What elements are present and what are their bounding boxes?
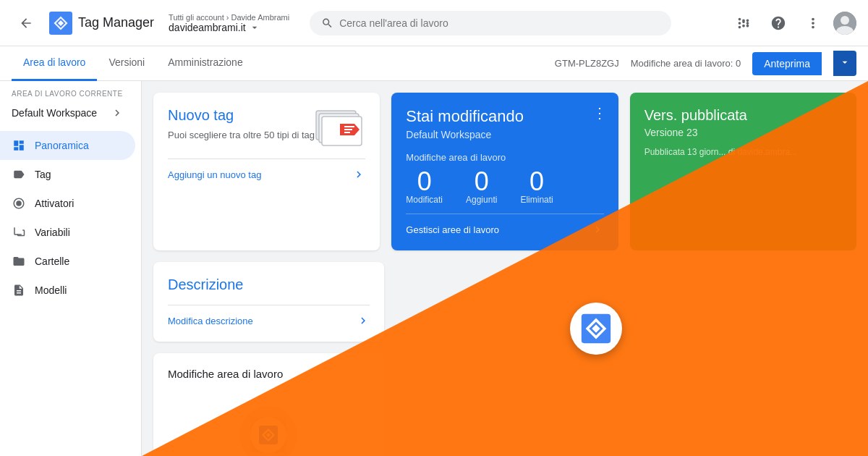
apps-button[interactable] — [729, 9, 758, 38]
card-workspace-changes: Modifiche area di lavoro Non sono prese.… — [153, 353, 384, 456]
breadcrumb: Tutti gli account › Davide Ambrami — [169, 13, 289, 22]
changes-title: Modifiche area di lavoro — [406, 152, 603, 163]
add-tag-link[interactable]: Aggiungi un nuovo tag — [168, 159, 365, 181]
card-desc-title: Descrizione — [168, 276, 370, 293]
gtm-logo-float — [579, 311, 613, 346]
arrow-right-icon — [352, 168, 365, 181]
workspace-label: AREA DI LAVORO CORRENTE — [0, 81, 141, 101]
sidebar-nav: Panoramica Tag Attivatori Variabili — [0, 131, 141, 305]
sidebar: AREA DI LAVORO CORRENTE Default Workspac… — [0, 81, 142, 456]
bottom-row: Descrizione Modifica descrizione Modific… — [153, 262, 856, 456]
search-bar[interactable] — [310, 11, 671, 35]
card-more-button[interactable]: ⋮ — [592, 104, 607, 122]
workspace-item[interactable]: Default Workspace — [0, 101, 135, 125]
card-published-version: Versione 23 — [644, 127, 842, 138]
changes-badge: Modifiche area di lavoro: 0 — [631, 58, 741, 69]
changes-modified: 0 Modificati — [406, 169, 443, 205]
search-input[interactable] — [339, 17, 660, 29]
account-name[interactable]: davideambrami.it — [169, 22, 289, 33]
changes-counts: 0 Modificati 0 Aggiunti 0 Eliminati — [406, 169, 603, 205]
app-logo: Tag Manager — [49, 12, 154, 35]
card-editing: ⋮ Stai modificando Default Workspace Mod… — [391, 93, 618, 250]
content-area: Nuovo tag Puoi scegliere tra oltre 50 ti… — [142, 81, 868, 456]
card-editing-title: Stai modificando — [406, 107, 603, 126]
nav-workspace[interactable]: Area di lavoro — [12, 46, 97, 81]
back-button[interactable] — [12, 9, 41, 38]
preview-button[interactable]: Anteprima — [752, 52, 822, 75]
cards-grid: Nuovo tag Puoi scegliere tra oltre 50 ti… — [153, 93, 856, 250]
tag-icon — [12, 167, 26, 182]
edit-desc-link[interactable]: Modifica descrizione — [168, 305, 370, 327]
manage-workspaces-link[interactable]: Gestisci aree di lavoro — [406, 214, 603, 236]
panoramica-icon — [12, 138, 26, 153]
sidebar-item-panoramica[interactable]: Panoramica — [0, 131, 135, 160]
header-actions — [729, 9, 856, 38]
attivatori-icon — [12, 196, 26, 211]
gtm-floating-logo — [570, 303, 622, 355]
nav-admin[interactable]: Amministrazione — [156, 46, 254, 81]
gtm-id: GTM-PLZ8ZGJ — [555, 58, 619, 69]
modelli-icon — [12, 283, 26, 297]
preview-dropdown-button[interactable] — [833, 51, 856, 76]
sidebar-item-variabili[interactable]: Variabili — [0, 218, 135, 247]
cartelle-icon — [12, 254, 26, 269]
changes-section: Modifiche area di lavoro 0 Modificati 0 … — [406, 152, 603, 205]
tag-graphic-icon — [315, 107, 365, 147]
sidebar-item-modelli[interactable]: Modelli — [0, 276, 135, 305]
changes-added: 0 Aggiunti — [466, 169, 497, 205]
card-published: Vers. pubblicata Versione 23 Pubblicata … — [630, 93, 856, 250]
sidebar-item-tag[interactable]: Tag — [0, 160, 135, 189]
nav-bar: Area di lavoro Versioni Amministrazione … — [0, 46, 868, 81]
header: Tag Manager Tutti gli account › Davide A… — [0, 0, 868, 46]
variabili-icon — [12, 225, 26, 240]
card-new-tag-desc: Puoi scegliere tra oltre 50 tipi di tag — [168, 130, 315, 140]
card-new-tag-title: Nuovo tag — [168, 107, 315, 124]
more-button[interactable] — [799, 9, 827, 38]
card-published-title: Vers. pubblicata — [644, 107, 842, 124]
sidebar-item-attivatori[interactable]: Attivatori — [0, 189, 135, 218]
changes-deleted: 0 Eliminati — [520, 169, 553, 205]
empty-state: Non sono prese... — [168, 389, 370, 456]
gtm-empty-icon — [250, 417, 286, 453]
app-title: Tag Manager — [78, 15, 154, 30]
manage-arrow-icon — [591, 223, 604, 236]
nav-right: GTM-PLZ8ZGJ Modifiche area di lavoro: 0 … — [555, 51, 868, 76]
sidebar-item-cartelle[interactable]: Cartelle — [0, 247, 135, 276]
card-desc: Descrizione Modifica descrizione — [153, 262, 384, 342]
nav-versions[interactable]: Versioni — [97, 46, 156, 81]
card-new-tag: Nuovo tag Puoi scegliere tra oltre 50 ti… — [153, 93, 380, 250]
workspace-changes-title: Modifiche area di lavoro — [168, 368, 370, 380]
avatar[interactable] — [833, 12, 856, 35]
search-icon — [321, 17, 333, 30]
card-new-tag-header: Nuovo tag Puoi scegliere tra oltre 50 ti… — [168, 107, 365, 147]
main-layout: AREA DI LAVORO CORRENTE Default Workspac… — [0, 81, 868, 456]
svg-point-4 — [16, 200, 22, 206]
card-published-info: Pubblicata 13 giorn... di davide.ambra..… — [644, 147, 842, 157]
desc-arrow-icon — [357, 314, 370, 327]
account-selector[interactable]: Tutti gli account › Davide Ambrami david… — [169, 13, 289, 33]
help-button[interactable] — [764, 9, 793, 38]
empty-icon — [239, 406, 297, 456]
card-editing-subtitle: Default Workspace — [406, 129, 603, 140]
svg-point-2 — [841, 16, 849, 25]
